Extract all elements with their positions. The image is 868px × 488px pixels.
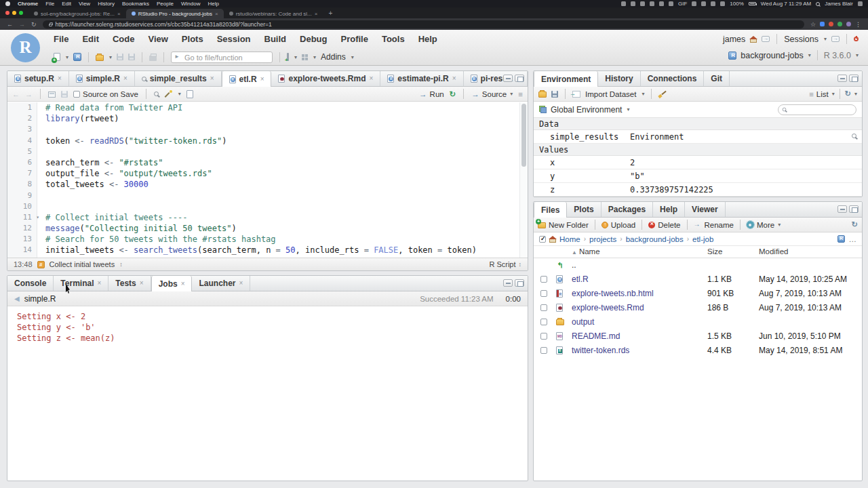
file-name-link[interactable]: etl.R	[572, 274, 589, 284]
tab-close-icon[interactable]: ×	[140, 276, 144, 291]
spotlight-icon[interactable]	[816, 2, 820, 6]
column-header-size[interactable]: Size	[707, 247, 722, 256]
maximize-pane-icon[interactable]	[515, 75, 524, 82]
new-file-icon[interactable]	[54, 53, 60, 61]
files-tab-files[interactable]: Files	[534, 202, 567, 218]
macos-menu-history[interactable]: History	[98, 1, 115, 7]
maximize-pane-icon[interactable]	[849, 75, 859, 82]
file-row[interactable]: twitter-token.rds4.4 KBMay 14, 2019, 8:5…	[534, 344, 862, 358]
breadcrumb-item-background-jobs[interactable]: background-jobs	[626, 235, 684, 243]
source-tab-estimate-pi.R[interactable]: estimate-pi.R×	[380, 71, 463, 86]
chevron-down-icon[interactable]: ▾	[854, 91, 857, 97]
section-selector[interactable]: Collect initial tweets	[50, 260, 115, 268]
rstudio-menu-session[interactable]: Session	[217, 34, 251, 44]
minimize-window-button[interactable]	[12, 11, 16, 15]
notification-center-icon[interactable]	[858, 1, 863, 6]
console-tab-jobs[interactable]: Jobs×	[151, 276, 193, 291]
tab-close-icon[interactable]: ×	[210, 71, 214, 86]
fold-icon[interactable]: ▾	[33, 212, 39, 223]
new-tab-button[interactable]: +	[328, 9, 332, 17]
upload-button[interactable]: Upload	[601, 221, 635, 229]
env-row-simple_results[interactable]: simple_resultsEnvironment	[534, 130, 862, 144]
env-tab-git[interactable]: Git	[704, 71, 730, 86]
file-name-link[interactable]: README.md	[572, 331, 620, 341]
file-name-link[interactable]: output	[572, 317, 594, 327]
save-icon[interactable]	[117, 54, 123, 60]
tab-close-icon[interactable]: ×	[58, 71, 62, 86]
sign-out-icon[interactable]	[762, 36, 770, 42]
nav-back-icon[interactable]: ←	[12, 90, 20, 98]
tab-close-icon[interactable]: ×	[215, 11, 218, 17]
rstudio-menu-profile[interactable]: Profile	[340, 34, 368, 44]
source-tab-simple.R[interactable]: simple.R×	[69, 71, 135, 86]
code-editor[interactable]: 1# Read data from Twitter API2library(rt…	[7, 102, 519, 258]
goto-file-input[interactable]	[171, 52, 273, 63]
menubar-status-icon[interactable]	[692, 1, 696, 6]
show-in-new-window-icon[interactable]	[48, 92, 56, 98]
macos-menu-bookmarks[interactable]: Bookmarks	[122, 1, 149, 7]
nav-forward-icon[interactable]: →	[25, 90, 33, 98]
chevron-down-icon[interactable]: ▾	[808, 52, 811, 58]
source-tab-explore-tweets.Rmd[interactable]: explore-tweets.Rmd×	[271, 71, 380, 86]
save-all-icon[interactable]	[128, 54, 135, 60]
chevron-down-icon[interactable]: ▾	[627, 106, 629, 113]
rstudio-menu-help[interactable]: Help	[418, 34, 437, 44]
minimize-pane-icon[interactable]	[503, 279, 513, 287]
file-row[interactable]: etl.R1.1 KBMay 14, 2019, 10:25 AM	[534, 272, 862, 287]
env-tab-environment[interactable]: Environment	[534, 71, 598, 87]
home-icon[interactable]	[750, 39, 757, 43]
menubar-status-icon[interactable]	[650, 1, 654, 6]
refresh-icon[interactable]: ↻	[845, 89, 851, 98]
macos-menu-chrome[interactable]: Chrome	[18, 1, 38, 7]
macos-menu-view[interactable]: View	[79, 1, 90, 7]
environment-search-input[interactable]	[778, 104, 856, 115]
env-tab-history[interactable]: History	[598, 71, 640, 86]
rstudio-menu-build[interactable]: Build	[264, 34, 287, 44]
tab-close-icon[interactable]: ×	[452, 71, 456, 86]
compile-report-icon[interactable]	[186, 90, 193, 98]
source-on-save-toggle[interactable]: Source on Save	[73, 90, 138, 98]
profile-avatar[interactable]	[846, 22, 851, 26]
file-checkbox[interactable]	[540, 333, 547, 340]
addins-menu[interactable]: Addins	[321, 52, 346, 62]
rename-button[interactable]: Rename	[694, 221, 734, 229]
gif-menubar-item[interactable]: GIF	[678, 1, 687, 7]
rerun-icon[interactable]: ↻	[450, 89, 456, 99]
chevron-down-icon[interactable]: ▾	[832, 91, 835, 97]
console-tab-terminal[interactable]: Terminal×	[54, 276, 108, 291]
rstudio-menu-file[interactable]: File	[54, 34, 68, 44]
extension-icon[interactable]	[837, 22, 842, 26]
quit-session-icon[interactable]	[854, 37, 859, 41]
clear-workspace-icon[interactable]	[658, 90, 667, 98]
column-header-name[interactable]: ▲Name	[572, 247, 600, 256]
find-replace-icon[interactable]	[154, 92, 159, 96]
new-project-icon[interactable]	[73, 53, 81, 61]
maximize-pane-icon[interactable]	[515, 279, 524, 287]
rstudio-menu-edit[interactable]: Edit	[82, 34, 99, 44]
rstudio-menu-tools[interactable]: Tools	[382, 34, 405, 44]
import-dataset-icon[interactable]	[572, 91, 580, 98]
files-tab-plots[interactable]: Plots	[567, 202, 601, 217]
chevron-down-icon[interactable]: ▾	[109, 54, 112, 60]
menubar-clock[interactable]: Wed Aug 7 11:29 AM	[761, 1, 811, 7]
extension-icon[interactable]	[820, 22, 825, 26]
bookmark-star-icon[interactable]: ☆	[810, 21, 816, 28]
file-checkbox[interactable]	[540, 276, 547, 283]
browser-tab[interactable]: RStudio Pro - background-jobs×	[126, 9, 224, 18]
chevron-down-icon[interactable]: ▾	[66, 54, 68, 60]
env-tab-connections[interactable]: Connections	[641, 71, 705, 86]
file-row[interactable]: ↰..	[534, 258, 862, 272]
env-row-y[interactable]: y"b"	[534, 169, 862, 183]
job-header[interactable]: ◀ simple.R Succeeded 11:23 AM 0:00	[7, 291, 528, 306]
environment-scope-selector[interactable]: Global Environment	[551, 105, 622, 115]
tab-close-icon[interactable]: ×	[370, 71, 374, 86]
minimize-pane-icon[interactable]	[837, 75, 847, 82]
workspace-panes-icon[interactable]	[302, 54, 308, 60]
file-name-link[interactable]: explore-tweets.nb.html	[572, 289, 654, 298]
browser-back-button[interactable]: ←	[7, 21, 13, 28]
menubar-user[interactable]: James Blair	[825, 1, 853, 7]
editor-scrollbar[interactable]	[519, 102, 528, 258]
maximize-window-button[interactable]	[19, 11, 23, 15]
menubar-status-icon[interactable]	[631, 1, 635, 6]
files-tab-packages[interactable]: Packages	[601, 202, 653, 217]
